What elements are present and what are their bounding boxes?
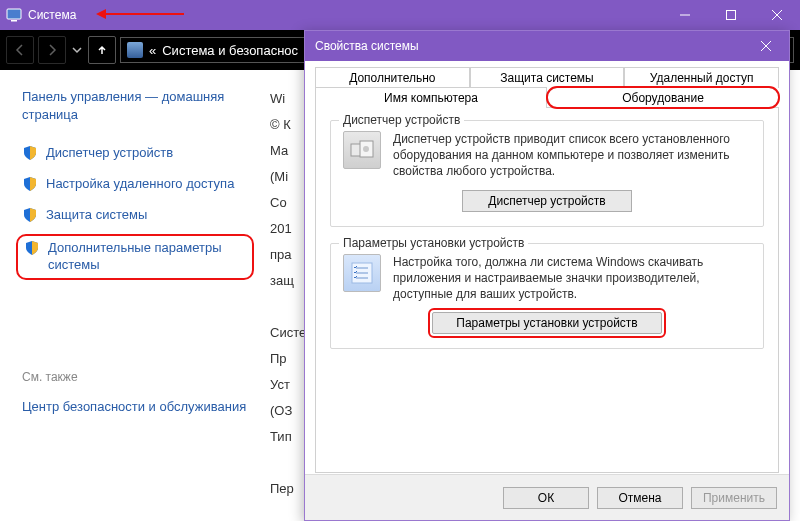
nav-forward-button[interactable] (38, 36, 66, 64)
group-text: Настройка того, должна ли система Window… (393, 254, 751, 303)
svg-rect-0 (7, 9, 21, 19)
sidebar-link-label: Защита системы (46, 207, 147, 224)
cancel-button[interactable]: Отмена (597, 487, 683, 509)
shield-icon (22, 176, 38, 192)
shield-icon (24, 240, 40, 256)
device-manager-button[interactable]: Диспетчер устройств (462, 190, 632, 212)
system-properties-dialog: Свойства системы Дополнительно Защита си… (304, 30, 790, 521)
svg-marker-3 (96, 9, 106, 19)
control-panel-home-link[interactable]: Панель управления — домашняя страница (22, 88, 248, 123)
see-also-link[interactable]: Центр безопасности и обслуживания (22, 398, 248, 416)
shield-icon (22, 207, 38, 223)
left-panel: Панель управления — домашняя страница Ди… (0, 70, 260, 521)
minimize-button[interactable] (662, 0, 708, 30)
dialog-close-button[interactable] (743, 31, 789, 61)
dialog-title: Свойства системы (315, 39, 419, 53)
group-legend: Диспетчер устройств (339, 113, 464, 127)
svg-rect-1 (11, 20, 17, 22)
system-icon (6, 7, 22, 23)
tab-computer-name[interactable]: Имя компьютера (315, 87, 547, 108)
svg-rect-5 (727, 11, 736, 20)
checklist-icon (343, 254, 381, 292)
tab-panel-hardware: Диспетчер устройств Диспетчер устройств … (315, 107, 779, 473)
computer-icon (127, 42, 143, 58)
nav-up-button[interactable] (88, 36, 116, 64)
sidebar-link-label: Диспетчер устройств (46, 145, 173, 162)
sidebar-link-remote[interactable]: Настройка удаленного доступа (22, 176, 248, 193)
sidebar-link-label: Дополнительные параметры системы (48, 240, 246, 274)
close-button[interactable] (754, 0, 800, 30)
sidebar-link-label: Настройка удаленного доступа (46, 176, 234, 193)
shield-icon (22, 145, 38, 161)
svg-point-12 (363, 146, 369, 152)
group-device-install: Параметры установки устройств Настройка … (330, 243, 764, 350)
group-text: Диспетчер устройств приводит список всег… (393, 131, 751, 180)
tab-protection[interactable]: Защита системы (470, 67, 625, 88)
group-device-manager: Диспетчер устройств Диспетчер устройств … (330, 120, 764, 227)
chevron-down-icon[interactable] (70, 43, 84, 58)
sidebar-link-protection[interactable]: Защита системы (22, 207, 248, 224)
device-install-settings-button[interactable]: Параметры установки устройств (432, 312, 662, 334)
breadcrumb-prefix: « (149, 43, 156, 58)
sidebar-link-advanced[interactable]: Дополнительные параметры системы (16, 234, 254, 280)
nav-back-button[interactable] (6, 36, 34, 64)
apply-button[interactable]: Применить (691, 487, 777, 509)
group-legend: Параметры установки устройств (339, 236, 528, 250)
maximize-button[interactable] (708, 0, 754, 30)
window-title: Система (28, 8, 76, 22)
dialog-body: Дополнительно Защита системы Удаленный д… (305, 61, 789, 474)
sidebar-link-device-manager[interactable]: Диспетчер устройств (22, 145, 248, 162)
tab-hardware[interactable]: Оборудование (547, 87, 779, 108)
breadcrumb: Система и безопаснос (162, 43, 298, 58)
tab-advanced[interactable]: Дополнительно (315, 67, 470, 88)
main-titlebar: Система (0, 0, 800, 30)
dialog-button-row: ОК Отмена Применить (305, 474, 789, 520)
tab-remote[interactable]: Удаленный доступ (624, 67, 779, 88)
device-manager-icon (343, 131, 381, 169)
dialog-titlebar: Свойства системы (305, 31, 789, 61)
tab-container: Дополнительно Защита системы Удаленный д… (315, 67, 779, 473)
see-also-label: См. также (22, 370, 248, 384)
ok-button[interactable]: ОК (503, 487, 589, 509)
annotation-arrow (96, 7, 186, 24)
